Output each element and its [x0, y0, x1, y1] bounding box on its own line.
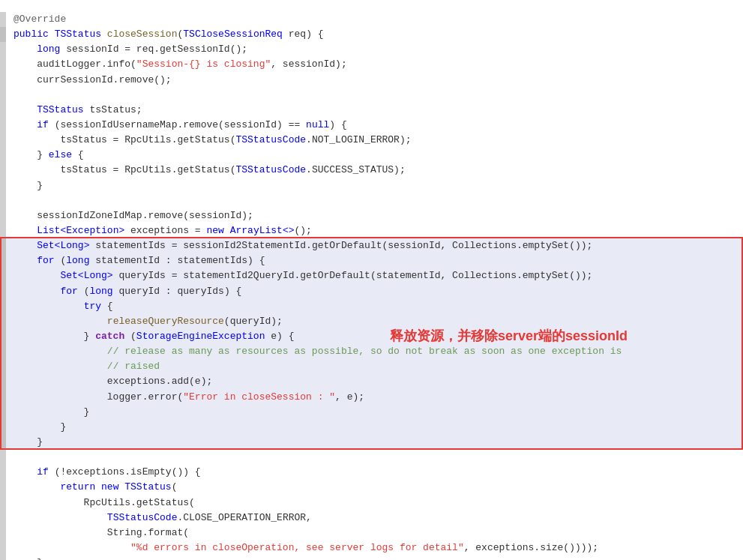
line-content: } — [6, 405, 743, 420]
code-line: long sessionId = req.getSessionId(); — [0, 42, 743, 57]
line-gutter — [0, 450, 6, 465]
line-gutter — [0, 103, 6, 118]
code-line: } — [0, 178, 743, 193]
line-gutter — [0, 435, 6, 450]
line-content — [6, 450, 743, 465]
line-content: releaseQueryResource(queryId); — [6, 314, 743, 329]
line-gutter — [0, 526, 6, 541]
code-line: if (sessionIdUsernameMap.remove(sessionI… — [0, 118, 743, 133]
line-gutter — [0, 344, 6, 359]
code-line: } catch (StorageEngineException e) { — [0, 329, 743, 344]
code-line: "%d errors in closeOperation, see server… — [0, 541, 743, 556]
code-line: if (!exceptions.isEmpty()) { — [0, 465, 743, 480]
line-content: } — [6, 556, 743, 560]
code-line: currSessionId.remove(); — [0, 73, 743, 88]
line-gutter — [0, 163, 6, 178]
line-gutter — [0, 374, 6, 389]
line-gutter — [0, 118, 6, 133]
line-content: tsStatus = RpcUtils.getStatus(TSStatusCo… — [6, 163, 743, 178]
code-line: // raised — [0, 359, 743, 374]
line-gutter — [0, 268, 6, 283]
line-gutter — [0, 496, 6, 511]
line-gutter — [0, 556, 6, 560]
line-gutter — [0, 42, 6, 57]
line-content: Set<Long> queryIds = statementId2QueryId… — [6, 268, 743, 283]
line-content: exceptions.add(e); — [6, 374, 743, 389]
code-line: } else { — [0, 148, 743, 163]
line-gutter — [0, 541, 6, 556]
code-line: // release as many as resources as possi… — [0, 344, 743, 359]
code-line: String.format( — [0, 526, 743, 541]
line-gutter — [0, 148, 6, 163]
line-content: for (long queryId : queryIds) { — [6, 284, 743, 299]
code-line: @Override — [0, 12, 743, 27]
line-content: @Override — [6, 12, 743, 27]
line-gutter — [0, 420, 6, 435]
line-content: } else { — [6, 148, 743, 163]
annotation-label: 释放资源，并移除server端的sessionId — [390, 327, 628, 345]
code-line: tsStatus = RpcUtils.getStatus(TSStatusCo… — [0, 133, 743, 148]
line-content — [6, 88, 743, 103]
code-line: tsStatus = RpcUtils.getStatus(TSStatusCo… — [0, 163, 743, 178]
line-gutter — [0, 480, 6, 495]
code-line: for (long queryId : queryIds) { — [0, 284, 743, 299]
line-content: public TSStatus closeSession(TSCloseSess… — [6, 27, 743, 42]
line-gutter — [0, 405, 6, 420]
line-content: String.format( — [6, 526, 743, 541]
line-gutter — [0, 253, 6, 268]
line-content: if (sessionIdUsernameMap.remove(sessionI… — [6, 118, 743, 133]
code-line: RpcUtils.getStatus( — [0, 496, 743, 511]
code-line: } — [0, 405, 743, 420]
code-line: Set<Long> queryIds = statementId2QueryId… — [0, 268, 743, 283]
line-content — [6, 193, 743, 208]
line-content: "%d errors in closeOperation, see server… — [6, 541, 743, 556]
code-line: auditLogger.info("Session-{} is closing"… — [0, 57, 743, 72]
line-content: TSStatusCode.CLOSE_OPERATION_ERROR, — [6, 511, 743, 526]
line-gutter — [0, 193, 6, 208]
line-gutter — [0, 88, 6, 103]
code-line — [0, 193, 743, 208]
line-gutter — [0, 238, 6, 253]
line-gutter — [0, 208, 6, 223]
code-line: } — [0, 556, 743, 560]
line-content: sessionIdZoneIdMap.remove(sessionId); — [6, 208, 743, 223]
code-line: public TSStatus closeSession(TSCloseSess… — [0, 27, 743, 42]
code-line: List<Exception> exceptions = new ArrayLi… — [0, 223, 743, 238]
line-content: } — [6, 420, 743, 435]
line-content: List<Exception> exceptions = new ArrayLi… — [6, 223, 743, 238]
line-gutter — [0, 27, 6, 42]
line-gutter — [0, 12, 6, 27]
code-line: logger.error("Error in closeSession : ",… — [0, 390, 743, 405]
code-line: Set<Long> statementIds = sessionId2State… — [0, 238, 743, 253]
line-gutter — [0, 390, 6, 405]
code-line: releaseQueryResource(queryId); — [0, 314, 743, 329]
line-gutter — [0, 178, 6, 193]
line-gutter — [0, 329, 6, 344]
line-content: long sessionId = req.getSessionId(); — [6, 42, 743, 57]
line-gutter — [0, 511, 6, 526]
line-gutter — [0, 223, 6, 238]
line-gutter — [0, 133, 6, 148]
line-gutter — [0, 73, 6, 88]
code-line: TSStatusCode.CLOSE_OPERATION_ERROR, — [0, 511, 743, 526]
code-line: exceptions.add(e); — [0, 374, 743, 389]
line-content: currSessionId.remove(); — [6, 73, 743, 88]
code-line: sessionIdZoneIdMap.remove(sessionId); — [0, 208, 743, 223]
line-content: } — [6, 178, 743, 193]
line-gutter — [0, 299, 6, 314]
line-content: RpcUtils.getStatus( — [6, 496, 743, 511]
line-content: // raised — [6, 359, 743, 374]
code-line — [0, 88, 743, 103]
code-line: return new TSStatus( — [0, 480, 743, 495]
code-line: try { — [0, 299, 743, 314]
line-content: logger.error("Error in closeSession : ",… — [6, 390, 743, 405]
line-content: TSStatus tsStatus; — [6, 103, 743, 118]
line-content: auditLogger.info("Session-{} is closing"… — [6, 57, 743, 72]
line-gutter — [0, 284, 6, 299]
code-line: for (long statementId : statementIds) { — [0, 253, 743, 268]
code-lines: @Overridepublic TSStatus closeSession(TS… — [0, 7, 743, 560]
line-content: tsStatus = RpcUtils.getStatus(TSStatusCo… — [6, 133, 743, 148]
line-content: // release as many as resources as possi… — [6, 344, 743, 359]
line-gutter — [0, 314, 6, 329]
line-gutter — [0, 465, 6, 480]
